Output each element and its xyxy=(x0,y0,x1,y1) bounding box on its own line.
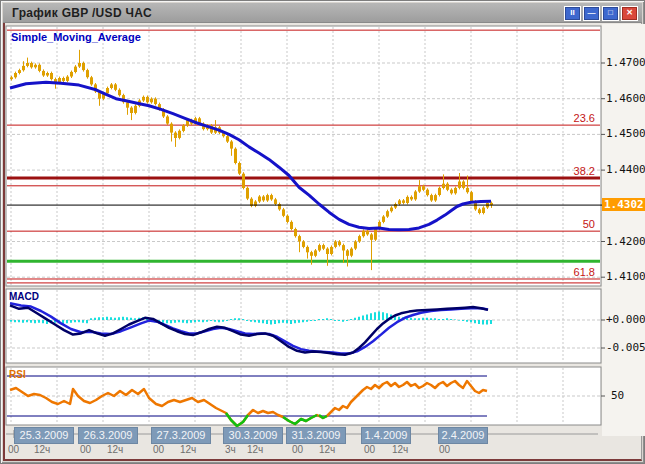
date-badge: 26.3.2009 xyxy=(78,427,138,444)
fibonacci-level-label: 50 xyxy=(547,218,595,230)
hour-label: 00 xyxy=(8,444,19,455)
macd-axis-label: +0.000 xyxy=(606,313,645,326)
date-badge: 30.3.2009 xyxy=(223,427,283,444)
date-badge: 1.4.2009 xyxy=(361,427,411,444)
hour-label: 12ч xyxy=(247,444,263,455)
sma-indicator-label: Simple_Moving_Average xyxy=(11,31,141,43)
hour-label: 3ч xyxy=(225,444,236,455)
price-axis-label: 1.4200 xyxy=(606,235,645,248)
date-badge: 27.3.2009 xyxy=(151,427,211,444)
hour-label: 12ч xyxy=(180,444,196,455)
rsi-axis-label: 50 xyxy=(611,389,624,402)
price-axis-label: 1.4400 xyxy=(606,163,645,176)
hour-label: 00 xyxy=(439,444,450,455)
hour-label: 00 xyxy=(80,444,91,455)
hour-label: 12ч xyxy=(319,444,335,455)
chart-window: График GBP /USD ЧАС II—□✕ Simple_Moving_… xyxy=(0,0,645,464)
axis-strip xyxy=(602,24,645,436)
hour-label: 00 xyxy=(364,444,375,455)
fibonacci-level-label: 23.6 xyxy=(547,112,595,124)
fibonacci-level-label: 38.2 xyxy=(547,165,595,177)
date-badge: 25.3.2009 xyxy=(14,427,74,444)
hour-label: 12ч xyxy=(392,444,408,455)
rsi-indicator-label: RSI xyxy=(9,369,26,380)
date-badge: 31.3.2009 xyxy=(286,427,346,444)
hour-label: 00 xyxy=(153,444,164,455)
hour-label: 12ч xyxy=(34,444,50,455)
fibonacci-level-label: 61.8 xyxy=(547,266,595,278)
hour-label: 00 xyxy=(292,444,303,455)
macd-indicator-label: MACD xyxy=(9,291,39,302)
price-axis-label: 1.4100 xyxy=(606,270,645,283)
price-axis-label: 1.4700 xyxy=(606,56,645,69)
chart-canvas[interactable] xyxy=(1,1,645,464)
macd-axis-label: -0.005 xyxy=(606,341,645,354)
hour-label: 12ч xyxy=(107,444,123,455)
price-axis-label: 1.4500 xyxy=(606,127,645,140)
date-badge: 2.4.2009 xyxy=(438,427,488,444)
current-price-tag: 1.4302 xyxy=(602,198,645,211)
price-axis-label: 1.4600 xyxy=(606,92,645,105)
